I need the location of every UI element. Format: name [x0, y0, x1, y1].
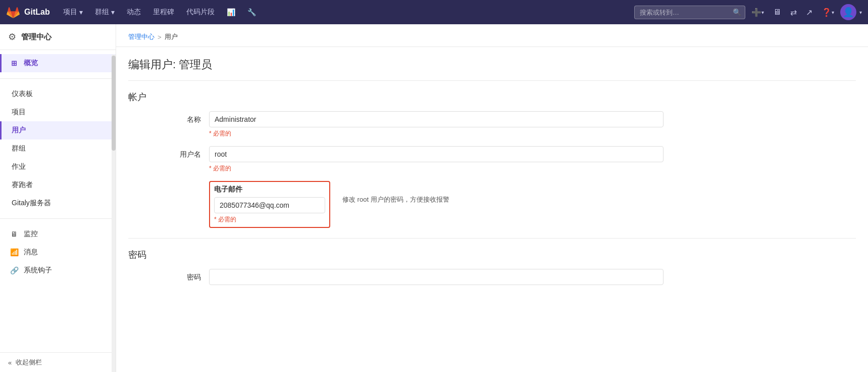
user-avatar[interactable]: 👤 [840, 4, 856, 20]
sidebar-item-overview[interactable]: ⊞ 概览 [0, 54, 116, 72]
sidebar-divider-1 [0, 78, 116, 79]
chart-icon: 📊 [227, 8, 235, 16]
search-wrapper: 🔍 [634, 6, 745, 19]
username-required-text: * 必需的 [209, 164, 663, 173]
sidebar: ⚙ 管理中心 ⊞ 概览 仪表板 项目 用户 群组 作业 [0, 24, 116, 372]
plus-icon-btn[interactable]: ➕ ▾ [748, 5, 767, 20]
grid-icon: ⊞ [10, 59, 19, 67]
nav-groups[interactable]: 群组 ▾ [90, 5, 120, 20]
email-hint-text: 修改 root 用户的密码，方便接收报警 [342, 181, 449, 204]
section-password-heading: 密码 [128, 249, 856, 261]
main-layout: ⚙ 管理中心 ⊞ 概览 仪表板 项目 用户 群组 作业 [0, 24, 868, 372]
top-navigation: GitLab 项目 ▾ 群组 ▾ 动态 里程碑 代码片段 📊 🔧 🔍 [0, 0, 868, 24]
title-divider [128, 80, 856, 81]
name-field-wrapper: * 必需的 [209, 111, 663, 138]
breadcrumb-current: 用户 [165, 32, 178, 41]
merge-icon: ⇄ [790, 8, 797, 17]
search-icon[interactable]: 🔍 [733, 8, 741, 16]
sidebar-item-projects[interactable]: 项目 [0, 103, 116, 121]
sidebar-collapse-btn[interactable]: « 收起侧栏 [0, 352, 116, 372]
sidebar-section-2: 🖥 监控 📶 消息 🔗 系统钩子 [0, 221, 116, 284]
nav-snippets[interactable]: 代码片段 [181, 5, 220, 20]
email-highlight-box: 电子邮件 * 必需的 [209, 181, 330, 228]
collapse-icon: « [8, 359, 12, 366]
page-body: 编辑用户: 管理员 帐户 名称 * 必需的 用户名 * 必需的 [116, 47, 868, 303]
sidebar-header: ⚙ 管理中心 [0, 24, 116, 50]
password-divider [128, 238, 856, 239]
password-label: 密码 [128, 269, 209, 282]
sidebar-item-hooks[interactable]: 🔗 系统钩子 [0, 261, 116, 280]
sidebar-scrollbar[interactable] [112, 55, 116, 372]
sidebar-divider-2 [0, 218, 116, 219]
username-field-wrapper: * 必需的 [209, 146, 663, 173]
monitor-icon: 🖥 [10, 230, 19, 238]
signal-icon: 📶 [10, 248, 19, 256]
hook-icon: 🔗 [10, 266, 19, 274]
help-icon: ❓ [822, 8, 832, 17]
wrench-icon: 🔧 [247, 8, 256, 16]
sidebar-item-users[interactable]: 用户 [0, 121, 116, 140]
form-group-email: 电子邮件 * 必需的 修改 root 用户的密码，方便接收报警 [128, 181, 856, 228]
email-content-row: 电子邮件 * 必需的 修改 root 用户的密码，方便接收报警 [209, 181, 449, 228]
scrollbar-thumb [112, 56, 116, 151]
sidebar-item-runners[interactable]: 赛跑者 [0, 176, 116, 194]
form-group-name: 名称 * 必需的 [128, 111, 856, 138]
admin-icon: ⚙ [8, 31, 16, 42]
chevron-down-icon: ▾ [111, 8, 115, 16]
merge-request-icon-btn[interactable]: ⇄ [787, 5, 800, 20]
password-field-wrapper [209, 269, 663, 285]
sidebar-item-messages[interactable]: 📶 消息 [0, 243, 116, 261]
chevron-down-icon: ▾ [832, 10, 834, 15]
screen-icon: 🖥 [773, 8, 781, 17]
gitlab-logo-icon [6, 5, 20, 19]
top-nav-right: 🔍 ➕ ▾ 🖥 ⇄ ↗ ❓ ▾ 👤 ▾ [634, 4, 862, 20]
sidebar-sub-items: 仪表板 项目 用户 群组 作业 赛跑者 Gitaly服务器 [0, 81, 116, 216]
top-nav-items: 项目 ▾ 群组 ▾ 动态 里程碑 代码片段 📊 🔧 [58, 5, 634, 20]
email-input[interactable] [214, 197, 325, 213]
nav-projects[interactable]: 项目 ▾ [58, 5, 88, 20]
brand-name: GitLab [24, 8, 50, 17]
password-input[interactable] [209, 269, 663, 285]
username-input[interactable] [209, 146, 663, 162]
username-label: 用户名 [128, 146, 209, 159]
email-label-spacer [128, 181, 209, 185]
nav-milestones[interactable]: 里程碑 [148, 5, 179, 20]
sidebar-item-jobs[interactable]: 作业 [0, 158, 116, 176]
help-icon-btn[interactable]: ❓ ▾ [819, 5, 837, 20]
page-title: 编辑用户: 管理员 [128, 57, 856, 72]
chevron-down-icon: ▾ [79, 8, 83, 16]
external-link-icon-btn[interactable]: ↗ [803, 5, 815, 20]
avatar-dropdown-icon: ▾ [859, 10, 862, 15]
nav-activity[interactable]: 动态 [122, 5, 146, 20]
dropdown-arrow-icon: ▾ [761, 10, 764, 15]
nav-settings[interactable]: 🔧 [242, 5, 261, 19]
search-input[interactable] [634, 6, 745, 19]
breadcrumb: 管理中心 > 用户 [116, 24, 868, 47]
email-required-text: * 必需的 [214, 215, 325, 224]
name-required-text: * 必需的 [209, 129, 663, 138]
sidebar-item-gitaly[interactable]: Gitaly服务器 [0, 194, 116, 212]
external-link-icon: ↗ [806, 8, 812, 17]
screen-icon-btn[interactable]: 🖥 [770, 5, 784, 20]
sidebar-item-groups[interactable]: 群组 [0, 140, 116, 158]
form-group-password: 密码 [128, 269, 856, 285]
email-field-label: 电子邮件 [214, 185, 325, 194]
name-input[interactable] [209, 111, 663, 127]
sidebar-item-dashboard[interactable]: 仪表板 [0, 85, 116, 103]
sidebar-overview-section: ⊞ 概览 [0, 50, 116, 76]
main-content: 管理中心 > 用户 编辑用户: 管理员 帐户 名称 * 必需的 用户名 [116, 24, 868, 372]
breadcrumb-parent[interactable]: 管理中心 [128, 32, 155, 41]
name-label: 名称 [128, 111, 209, 124]
sidebar-item-monitoring[interactable]: 🖥 监控 [0, 225, 116, 243]
form-group-username: 用户名 * 必需的 [128, 146, 856, 173]
brand-logo[interactable]: GitLab [6, 5, 50, 19]
nav-chart[interactable]: 📊 [222, 5, 240, 19]
plus-icon: ➕ [751, 8, 761, 17]
section-account-heading: 帐户 [128, 91, 856, 103]
breadcrumb-separator: > [158, 33, 162, 41]
sidebar-title: 管理中心 [21, 32, 52, 42]
